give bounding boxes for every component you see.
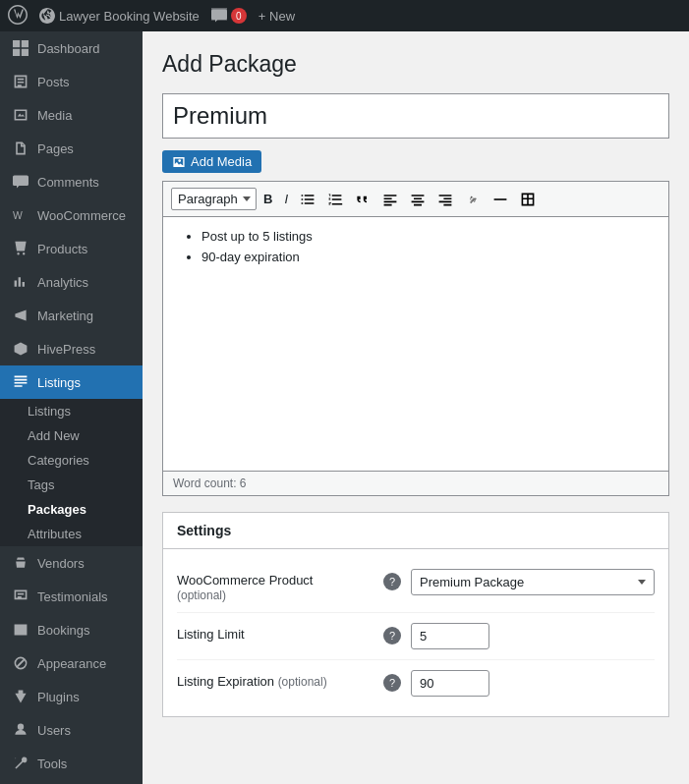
listing-expiration-help[interactable]: ?: [383, 674, 401, 692]
ordered-list-button[interactable]: [322, 189, 348, 210]
submenu-attributes[interactable]: Attributes: [0, 522, 143, 546]
bold-button[interactable]: B: [258, 189, 277, 209]
woocommerce-product-select[interactable]: Premium Package: [411, 569, 655, 595]
add-media-button[interactable]: Add Media: [162, 150, 261, 173]
settings-header: Settings: [163, 513, 668, 549]
marketing-icon: [12, 307, 29, 324]
sidebar-item-pages[interactable]: Pages: [0, 132, 143, 165]
svg-rect-1: [22, 40, 29, 47]
editor-list-item-2: 90-day expiration: [201, 250, 654, 264]
media-icon: [12, 106, 29, 124]
quote-button[interactable]: [350, 189, 375, 210]
listing-expiration-input[interactable]: [411, 670, 489, 697]
submenu-categories[interactable]: Categories: [0, 448, 143, 473]
woocommerce-product-row: WooCommerce Product (optional) ? Premium…: [177, 559, 655, 613]
editor-content-area[interactable]: Post up to 5 listings 90-day expiration: [162, 216, 669, 472]
analytics-icon: [12, 273, 29, 291]
align-left-button[interactable]: [377, 189, 403, 210]
svg-text:W: W: [13, 210, 23, 221]
sidebar-item-listings[interactable]: Listings: [0, 365, 143, 399]
align-right-button[interactable]: [432, 189, 458, 210]
table-button[interactable]: [515, 189, 541, 210]
sidebar-menu: Dashboard Posts Media Page: [0, 31, 143, 399]
listings-submenu: Listings Add New Categories Tags Package…: [0, 399, 143, 546]
wp-logo-icon[interactable]: [8, 5, 28, 28]
pages-icon: [12, 140, 29, 157]
main-content: Add Package Add Media Paragraph B I: [143, 31, 689, 784]
settings-body: WooCommerce Product (optional) ? Premium…: [163, 549, 668, 716]
sidebar-item-media[interactable]: Media: [0, 98, 143, 132]
products-icon: [12, 240, 29, 257]
listing-limit-help[interactable]: ?: [383, 627, 401, 644]
word-count-bar: Word count: 6: [162, 472, 669, 496]
sidebar-item-tools[interactable]: Tools: [0, 747, 143, 780]
listings-icon: [12, 373, 29, 391]
sidebar-item-products[interactable]: Products: [0, 232, 143, 265]
submenu-listings[interactable]: Listings: [0, 399, 143, 423]
listing-limit-label: Listing Limit: [177, 623, 373, 642]
bookings-icon: [12, 621, 29, 639]
svg-rect-2: [13, 49, 20, 56]
editor-toolbar: Paragraph B I: [162, 181, 669, 216]
woocommerce-product-label: WooCommerce Product (optional): [177, 569, 373, 602]
sidebar-item-marketing[interactable]: Marketing: [0, 299, 143, 332]
sidebar-item-woocommerce[interactable]: W WooCommerce: [0, 198, 143, 232]
svg-rect-3: [22, 49, 29, 56]
settings-box: Settings WooCommerce Product (optional) …: [162, 512, 669, 717]
woocommerce-product-help[interactable]: ?: [383, 573, 401, 590]
svg-marker-5: [15, 343, 28, 356]
appearance-icon: [12, 654, 29, 672]
sidebar-item-bookings[interactable]: Bookings: [0, 613, 143, 646]
sidebar: Dashboard Posts Media Page: [0, 31, 143, 784]
editor-list-item-1: Post up to 5 listings: [201, 229, 654, 244]
listing-limit-row: Listing Limit ?: [177, 613, 655, 660]
svg-rect-0: [13, 40, 20, 47]
site-name[interactable]: Lawyer Booking Website: [39, 8, 200, 24]
list-button[interactable]: [295, 189, 320, 210]
listing-limit-control: [411, 623, 655, 649]
sidebar-bottom-menu: Vendors Testimonials Bookings Appearance: [0, 546, 143, 780]
woocommerce-product-control: Premium Package: [411, 569, 655, 595]
submenu-packages[interactable]: Packages: [0, 497, 143, 522]
submenu-tags[interactable]: Tags: [0, 473, 143, 497]
sidebar-item-users[interactable]: Users: [0, 713, 143, 747]
align-center-button[interactable]: [405, 189, 431, 210]
comments-icon[interactable]: 0: [211, 8, 247, 24]
woo-icon: W: [12, 206, 29, 224]
tools-icon: [12, 755, 29, 772]
page-title: Add Package: [162, 51, 669, 78]
post-title-input[interactable]: [162, 93, 669, 139]
vendors-icon: [12, 554, 29, 572]
sidebar-item-dashboard[interactable]: Dashboard: [0, 31, 143, 65]
sidebar-item-testimonials[interactable]: Testimonials: [0, 580, 143, 613]
link-button[interactable]: [460, 189, 486, 210]
sidebar-item-comments[interactable]: Comments: [0, 165, 143, 198]
horizontal-rule-button[interactable]: [488, 189, 513, 210]
format-select[interactable]: Paragraph: [171, 188, 257, 210]
testimonials-icon: [12, 588, 29, 605]
dashboard-icon: [12, 39, 29, 57]
italic-button[interactable]: I: [279, 189, 293, 209]
sidebar-item-plugins[interactable]: Plugins: [0, 680, 143, 713]
comments-menu-icon: [12, 173, 29, 191]
admin-bar: Lawyer Booking Website 0 + New: [0, 0, 689, 31]
users-icon: [12, 721, 29, 739]
sidebar-item-analytics[interactable]: Analytics: [0, 265, 143, 299]
sidebar-item-vendors[interactable]: Vendors: [0, 546, 143, 580]
hivepress-icon: [12, 340, 29, 358]
listing-expiration-control: [411, 670, 655, 697]
plugins-icon: [12, 688, 29, 705]
sidebar-item-posts[interactable]: Posts: [0, 65, 143, 98]
listing-expiration-label: Listing Expiration (optional): [177, 670, 373, 689]
sidebar-item-appearance[interactable]: Appearance: [0, 646, 143, 680]
sidebar-item-hivepress[interactable]: HivePress: [0, 332, 143, 365]
submenu-add-new[interactable]: Add New: [0, 423, 143, 448]
new-item-button[interactable]: + New: [258, 9, 295, 24]
posts-icon: [12, 73, 29, 90]
listing-expiration-row: Listing Expiration (optional) ?: [177, 660, 655, 706]
listing-limit-input[interactable]: [411, 623, 489, 649]
